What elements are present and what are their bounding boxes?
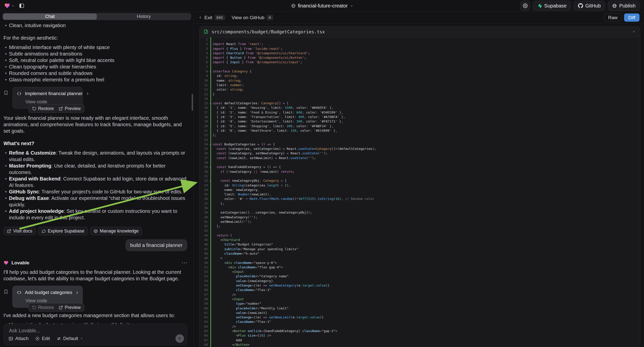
settings-button[interactable] [520, 1, 530, 11]
diff-added-gutter [210, 338, 211, 342]
chat-input[interactable] [9, 328, 112, 334]
diff-added-gutter [210, 60, 211, 64]
diff-added-gutter [210, 252, 211, 256]
fold-chevron-icon[interactable]: ▾ [210, 179, 211, 183]
g-kbd-badge: G [266, 15, 273, 20]
diff-added-gutter [210, 37, 211, 42]
visit-docs-button[interactable]: Visit docs [4, 227, 36, 235]
code-line: 12 color: string; [200, 87, 640, 92]
publish-globe-icon [612, 4, 617, 8]
restore-button[interactable]: Restore [32, 304, 54, 311]
project-switcher[interactable]: financial-future-creator [291, 0, 353, 12]
code-line: 22]; [200, 133, 640, 138]
github-button[interactable]: GitHub [574, 1, 605, 11]
diff-added-gutter [210, 233, 211, 238]
fold-chevron-icon[interactable]: ▾ [210, 101, 211, 106]
esc-kbd-badge: ESC [214, 15, 225, 20]
version-card-implement-financial-planner[interactable]: Implement financial planner View code Re… [12, 87, 83, 109]
raw-toggle[interactable]: Raw [604, 14, 622, 22]
code-line: 37 }; [200, 202, 640, 206]
toggle-sidebar-button[interactable] [17, 1, 26, 10]
diff-added-gutter [210, 197, 211, 201]
code-editor[interactable]: 12import React from 'react';3import { Pl… [200, 37, 640, 347]
fold-chevron-icon[interactable]: ▾ [210, 142, 211, 147]
external-link-icon [7, 229, 11, 233]
diff-added-gutter [210, 133, 211, 138]
fold-chevron-icon[interactable]: ▾ [210, 165, 211, 170]
list-item: Minimalist interface with plenty of whit… [4, 44, 187, 50]
manage-knowledge-button[interactable]: Manage knowledge [90, 227, 142, 235]
code-panel: Exit ESC View on GitHub G Raw Diff [194, 12, 644, 347]
code-line: 34 name: newCategory, [200, 188, 640, 192]
chat-scroll-area[interactable]: Clean, intuitive navigation For the desi… [0, 20, 194, 347]
code-header: Exit ESC View on GitHub G Raw Diff [194, 12, 644, 24]
fold-chevron-icon[interactable]: ▾ [210, 70, 211, 74]
diff-added-gutter [210, 110, 211, 115]
explore-supabase-button[interactable]: Explore Supabase [38, 227, 88, 235]
file-card: src/components/budget/BudgetCategories.t… [199, 26, 640, 347]
code-line: 15▾const defaultCategories: Category[] =… [200, 101, 640, 106]
version-title: Implement financial planner [25, 90, 83, 97]
diff-added-gutter [210, 297, 211, 302]
list-item: Refine & Customize: Tweak the design, an… [4, 150, 187, 162]
more-options-icon[interactable] [182, 262, 187, 264]
preview-button[interactable]: Preview [59, 304, 81, 311]
file-plus-icon [204, 29, 208, 34]
restore-button[interactable]: Restore [32, 105, 54, 112]
code-line: 23 [200, 138, 640, 142]
preview-button[interactable]: Preview [59, 105, 81, 112]
diff-added-gutter [210, 156, 211, 160]
edit-button[interactable]: Edit [35, 336, 50, 341]
bookmark-icon[interactable] [4, 90, 8, 95]
chevron-up-icon[interactable] [632, 30, 636, 34]
diff-added-gutter [210, 115, 211, 119]
code-line: 13} [200, 92, 640, 96]
diff-added-gutter [210, 106, 211, 110]
code-line: 53 placeholder="Category name" [200, 274, 640, 278]
diff-added-gutter [210, 320, 211, 324]
code-line: 61 value={newLimit} [200, 311, 640, 315]
github-icon [578, 3, 583, 8]
attach-button[interactable]: Attach [8, 336, 29, 341]
list-item: Glass-morphic elements for a premium fee… [4, 76, 187, 83]
code-line: 5import { Button } from '@/components/ui… [200, 56, 640, 60]
focus-icon [35, 336, 40, 341]
tab-chat[interactable]: Chat [3, 14, 97, 20]
diff-added-gutter [210, 206, 211, 210]
exit-button[interactable]: Exit ESC [198, 15, 225, 20]
code-line: 19 { id: '4', name: 'Entertainment', lim… [200, 119, 640, 124]
code-line: 47 subtitle="Manage your spending limits… [200, 247, 640, 252]
publish-button[interactable]: Publish [608, 1, 640, 11]
file-header[interactable]: src/components/budget/BudgetCategories.t… [200, 26, 640, 37]
code-line: 51 <div className="flex gap-4"> [200, 265, 640, 270]
code-line: 18 { id: '3', name: 'Transportation', li… [200, 115, 640, 119]
code-line: 2import React from 'react'; [200, 42, 640, 46]
supabase-button[interactable]: Supabase [533, 1, 571, 11]
chevron-down-icon [80, 337, 83, 340]
version-card-add-budget-categories[interactable]: Add budget categories View code Restore [12, 286, 83, 308]
lovable-heart-icon [4, 3, 10, 9]
lovable-logo-menu[interactable] [4, 3, 15, 9]
diff-added-gutter [210, 202, 211, 206]
diff-added-gutter [210, 192, 211, 197]
tab-history[interactable]: History [97, 14, 191, 20]
whats-next-list: Refine & Customize: Tweak the design, an… [4, 150, 187, 221]
view-on-github-button[interactable]: View on GitHub G [232, 15, 273, 20]
user-message-row: build a financial planner [4, 239, 187, 251]
bookmark-icon[interactable] [4, 289, 8, 294]
chat-scrollbar[interactable] [192, 94, 193, 111]
list-item: Master Prompting: Use clear, detailed, a… [4, 162, 187, 176]
code-line: 64 /> [200, 324, 640, 329]
code-line: 24▾const BudgetCategories = () => { [200, 142, 640, 146]
code-line: 1 [200, 37, 640, 42]
send-button[interactable] [176, 334, 184, 343]
mode-select[interactable]: Default [56, 336, 83, 341]
diff-added-gutter [210, 228, 211, 233]
code-line: 45 <ChartCard [200, 238, 640, 242]
code-line: 26 const [newCategory, setNewCategory] =… [200, 151, 640, 156]
package-icon [94, 229, 98, 233]
list-item: Soft, neutral color palette with light b… [4, 57, 187, 64]
diff-toggle[interactable]: Diff [624, 14, 640, 22]
diff-added-gutter [210, 124, 211, 128]
code-line: 4import ChartCard from '@/components/ui/… [200, 51, 640, 56]
